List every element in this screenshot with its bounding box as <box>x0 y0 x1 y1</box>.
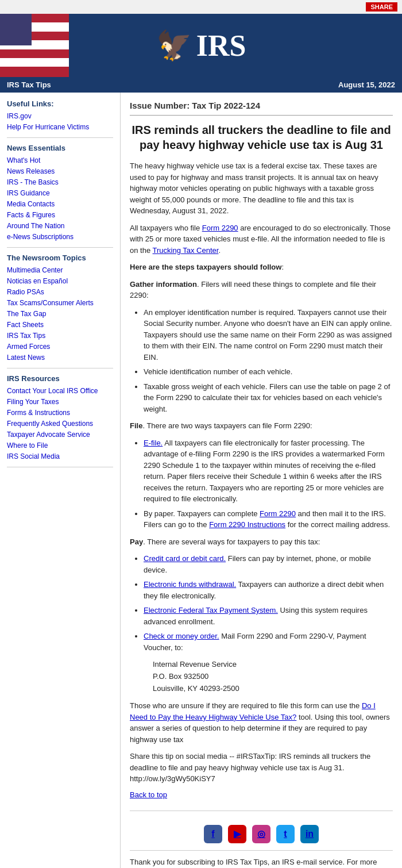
form-2290-link-1[interactable]: Form 2290 <box>202 224 238 232</box>
list-item: Taxable gross weight of each vehicle. Fi… <box>144 381 393 415</box>
paragraph-form2290: All taxpayers who file Form 2290 are enc… <box>130 222 393 256</box>
pay-heading: Pay <box>130 537 143 546</box>
sidebar-link-news-releases[interactable]: News Releases <box>7 167 113 176</box>
paragraph-intro: The heavy highway vehicle use tax is a f… <box>130 160 393 217</box>
sidebar-divider-1 <box>7 137 113 138</box>
news-essentials-heading: News Essentials <box>7 144 113 152</box>
sidebar-link-tax-scams[interactable]: Tax Scams/Consumer Alerts <box>7 298 113 308</box>
file-paragraph: File. There are two ways taxpayers can f… <box>130 420 393 432</box>
credit-card-link[interactable]: Credit card or debit card. <box>144 554 226 563</box>
irs-resources-heading: IRS Resources <box>7 374 113 383</box>
irs-logo: 🦅 IRS <box>156 29 246 63</box>
sidebar-link-tax-gap[interactable]: The Tax Gap <box>7 309 113 318</box>
sidebar-link-irs-tax-tips[interactable]: IRS Tax Tips <box>7 331 113 340</box>
form-2290-instructions-link[interactable]: Form 2290 Instructions <box>209 520 285 529</box>
sidebar-link-hurricane[interactable]: Help For Hurricane Victims <box>7 122 113 132</box>
sidebar-link-where-to-file[interactable]: Where to File <box>7 441 113 450</box>
gather-heading: Gather information <box>130 280 197 289</box>
sidebar-divider-2 <box>7 247 113 248</box>
issue-number: Issue Number: Tax Tip 2022-124 <box>130 101 393 110</box>
share-bar: SHARE <box>0 0 402 14</box>
sidebar-link-fact-sheets[interactable]: Fact Sheets <box>7 320 113 329</box>
instagram-icon[interactable]: ◎ <box>252 825 270 843</box>
list-item-efile: E-file. All taxpayers can file electroni… <box>144 437 393 505</box>
trucking-tax-center-link[interactable]: Trucking Tax Center <box>153 246 219 255</box>
newsletter-date: August 15, 2022 <box>338 80 395 89</box>
sidebar-link-enews[interactable]: e-News Subscriptions <box>7 232 113 241</box>
paragraph-form2290-end: . <box>218 246 221 255</box>
useful-links-heading: Useful Links: <box>7 99 113 108</box>
eftps-link[interactable]: Electronic Federal Tax Payment System. <box>144 606 278 614</box>
footer-text: Thank you for subscribing to IRS Tax Tip… <box>130 850 393 868</box>
unsure-paragraph: Those who are unsure if they are require… <box>130 700 393 745</box>
footer-line1-pre: Thank you for subscribing to IRS Tax Tip… <box>130 858 377 868</box>
main-content-wrapper: Useful Links: IRS.gov Help For Hurricane… <box>0 93 402 868</box>
footer-paragraph-1: Thank you for subscribing to IRS Tax Tip… <box>130 857 393 868</box>
title-bar: IRS Tax Tips August 15, 2022 <box>0 77 402 93</box>
sidebar-link-facts-figures[interactable]: Facts & Figures <box>7 210 113 220</box>
back-to-top-section: Back to top <box>130 790 393 799</box>
sidebar-link-forms[interactable]: Forms & Instructions <box>7 408 113 417</box>
newsletter-title: IRS Tax Tips <box>7 80 51 89</box>
sidebar-link-irsgov[interactable]: IRS.gov <box>7 112 113 121</box>
list-item: An employer identification number is req… <box>144 307 393 363</box>
sidebar-link-multimedia[interactable]: Multimedia Center <box>7 266 113 275</box>
steps-heading-label: Here are the steps taxpayers should foll… <box>130 263 281 271</box>
eagle-icon: 🦅 <box>156 29 192 62</box>
back-to-top-link[interactable]: Back to top <box>130 790 167 799</box>
pay-text: . There are several ways for taxpayers t… <box>143 537 320 546</box>
main-headline: IRS reminds all truckers the deadline to… <box>130 122 393 152</box>
sidebar-link-around-nation[interactable]: Around The Nation <box>7 221 113 231</box>
sidebar: Useful Links: IRS.gov Help For Hurricane… <box>0 93 121 868</box>
gather-paragraph: Gather information. Filers will need the… <box>130 279 393 301</box>
list-item-credit-card: Credit card or debit card. Filers can pa… <box>144 553 393 575</box>
header: 🦅 IRS <box>0 14 402 77</box>
pay-paragraph: Pay. There are several ways for taxpayer… <box>130 536 393 548</box>
efile-link[interactable]: E-file. <box>144 439 163 447</box>
form-2290-link-2[interactable]: Form 2290 <box>260 509 296 518</box>
list-item-paper: By paper. Taxpayers can complete Form 22… <box>144 508 393 531</box>
eft-link[interactable]: Electronic funds withdrawal. <box>144 580 236 589</box>
sidebar-link-irs-guidance[interactable]: IRS Guidance <box>7 189 113 198</box>
list-item-eft: Electronic funds withdrawal. Taxpayers c… <box>144 579 393 601</box>
sidebar-divider-3 <box>7 368 113 368</box>
unsure-pre: Those who are unsure if they are require… <box>130 701 362 710</box>
file-heading: File <box>130 421 142 430</box>
share-button[interactable]: SHARE <box>366 2 397 11</box>
sidebar-link-radio-psas[interactable]: Radio PSAs <box>7 287 113 297</box>
sidebar-link-irs-basics[interactable]: IRS - The Basics <box>7 178 113 187</box>
address-line-1: Internal Revenue Service <box>153 659 393 671</box>
file-text: . There are two ways taxpayers can file … <box>142 421 312 430</box>
sidebar-link-faq[interactable]: Frequently Asked Questions <box>7 419 113 428</box>
sidebar-link-latest-news[interactable]: Latest News <box>7 353 113 362</box>
sidebar-link-whats-hot[interactable]: What's Hot <box>7 156 113 165</box>
sidebar-link-local-office[interactable]: Contact Your Local IRS Office <box>7 386 113 395</box>
list-item-eftps: Electronic Federal Tax Payment System. U… <box>144 605 393 627</box>
sidebar-link-taxpayer-advocate[interactable]: Taxpayer Advocate Service <box>7 430 113 439</box>
twitter-icon[interactable]: t <box>276 825 295 843</box>
check-link[interactable]: Check or money order. <box>144 632 219 640</box>
linkedin-icon[interactable]: in <box>300 825 319 843</box>
social-section: f ▶ ◎ t in <box>130 811 393 843</box>
sidebar-link-armed-forces[interactable]: Armed Forces <box>7 342 113 351</box>
main-content: Issue Number: Tax Tip 2022-124 IRS remin… <box>121 93 402 868</box>
sidebar-divider-4 <box>7 467 113 467</box>
newsroom-topics-heading: The Newsroom Topics <box>7 254 113 262</box>
steps-heading-paragraph: Here are the steps taxpayers should foll… <box>130 262 393 273</box>
content-divider-top <box>130 115 393 116</box>
irs-wordmark: IRS <box>196 29 246 63</box>
sidebar-link-media-contacts[interactable]: Media Contacts <box>7 199 113 209</box>
gather-list: An employer identification number is req… <box>144 307 393 415</box>
mailing-address: Internal Revenue Service P.O. Box 932500… <box>153 659 393 694</box>
share-paragraph: Share this tip on social media -- #IRSTa… <box>130 751 393 785</box>
sidebar-link-noticias[interactable]: Noticias en Español <box>7 276 113 286</box>
facebook-icon[interactable]: f <box>204 825 222 843</box>
list-item-check: Check or money order. Mail Form 2290 and… <box>144 631 393 653</box>
flag-decoration <box>0 14 69 77</box>
list-item: Vehicle identification number of each ve… <box>144 366 393 378</box>
youtube-icon[interactable]: ▶ <box>228 825 246 843</box>
sidebar-link-social-media[interactable]: IRS Social Media <box>7 452 113 461</box>
address-line-2: P.O. Box 932500 <box>153 671 393 683</box>
pay-list: Credit card or debit card. Filers can pa… <box>144 553 393 653</box>
sidebar-link-filing-taxes[interactable]: Filing Your Taxes <box>7 397 113 406</box>
